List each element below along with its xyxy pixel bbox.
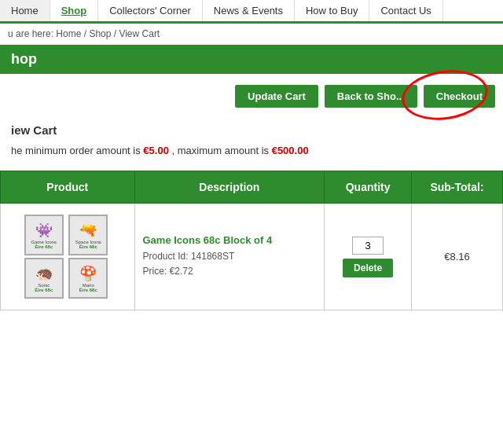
nav-how-to-buy[interactable]: How to Buy bbox=[295, 0, 369, 21]
col-header-subtotal: Sub-Total: bbox=[411, 171, 502, 204]
stamp-3: 🦔 Sonic Éire 68c bbox=[24, 258, 64, 299]
min-amount: €5.00 bbox=[143, 145, 169, 156]
shop-header: hop bbox=[0, 45, 503, 74]
description-cell: Game Icons 68c Block of 4 Product Id: 14… bbox=[134, 204, 325, 310]
product-cell: 👾 Game Icons Éire 68c 🔫 Space Icons Éire… bbox=[1, 204, 135, 310]
nav-shop[interactable]: Shop bbox=[50, 0, 99, 21]
stamp-2: 🔫 Space Icons Éire 68c bbox=[68, 215, 108, 255]
nav-contact-us[interactable]: Contact Us bbox=[369, 0, 442, 21]
stamp-4: 🍄 Mario Éire 68c bbox=[68, 258, 108, 299]
product-id-value: 141868ST bbox=[191, 251, 234, 262]
nav-collectors-corner[interactable]: Collectors' Corner bbox=[98, 0, 203, 21]
subtotal-value: €8.16 bbox=[444, 251, 470, 263]
checkout-button[interactable]: Checkout bbox=[424, 85, 495, 108]
col-header-description: Description bbox=[134, 171, 325, 204]
price-label: Price: bbox=[143, 266, 167, 277]
cart-table: Product Description Quantity Sub-Total: … bbox=[0, 171, 503, 310]
max-amount: €500.00 bbox=[272, 145, 309, 156]
product-details: Product Id: 141868ST Price: €2.72 bbox=[143, 249, 317, 279]
view-cart-title: iew Cart bbox=[0, 119, 503, 141]
order-info-prefix: he minimum order amount is bbox=[11, 145, 143, 156]
table-row: 👾 Game Icons Éire 68c 🔫 Space Icons Éire… bbox=[1, 204, 503, 310]
order-info: he minimum order amount is €5.00 , maxim… bbox=[0, 141, 503, 167]
quantity-cell: Delete bbox=[325, 204, 412, 310]
navigation: Home Shop Collectors' Corner News & Even… bbox=[0, 0, 503, 24]
subtotal-cell: €8.16 bbox=[411, 204, 502, 310]
price-value: €2.72 bbox=[170, 266, 193, 277]
order-info-mid: , maximum amount is bbox=[169, 145, 272, 156]
stamp-1: 👾 Game Icons Éire 68c bbox=[24, 215, 64, 255]
back-to-shop-button[interactable]: Back to Sho... bbox=[325, 85, 417, 108]
product-link[interactable]: Game Icons 68c Block of 4 bbox=[143, 234, 273, 246]
action-buttons-bar: Update Cart Back to Sho... Checkout bbox=[0, 74, 503, 119]
nav-news-events[interactable]: News & Events bbox=[203, 0, 295, 21]
delete-button[interactable]: Delete bbox=[343, 259, 393, 277]
table-header-row: Product Description Quantity Sub-Total: bbox=[1, 171, 503, 204]
update-cart-button[interactable]: Update Cart bbox=[235, 85, 318, 108]
col-header-product: Product bbox=[1, 171, 135, 204]
product-id-label: Product Id: bbox=[143, 251, 189, 262]
quantity-input[interactable] bbox=[352, 237, 384, 255]
col-header-quantity: Quantity bbox=[325, 171, 412, 204]
breadcrumb: u are here: Home / Shop / View Cart bbox=[0, 24, 503, 45]
checkout-wrapper: Checkout bbox=[424, 85, 495, 108]
stamps-grid: 👾 Game Icons Éire 68c 🔫 Space Icons Éire… bbox=[24, 215, 111, 299]
nav-home[interactable]: Home bbox=[0, 0, 50, 21]
